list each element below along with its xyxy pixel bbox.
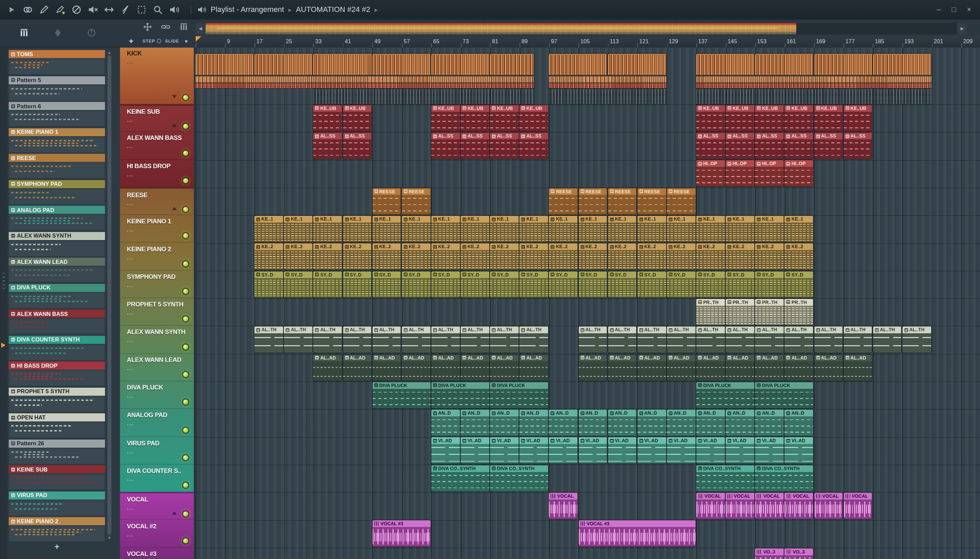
tool-playback-icon[interactable]	[169, 4, 179, 15]
playlist-clip-ke-2[interactable]: KE..2	[520, 243, 548, 270]
playlist-clip-vi-ad[interactable]: VI..AD	[785, 437, 813, 464]
tool-zoom-icon[interactable]	[152, 4, 163, 15]
track-header-alex-wann-lead[interactable]: ALEX WANN LEAD...	[120, 354, 194, 381]
clip-kick[interactable]	[196, 54, 254, 75]
playlist-clip-vocal[interactable]: VOCAL	[755, 493, 784, 519]
playlist-clip-al-th[interactable]: AL..TH	[402, 326, 431, 353]
playlist-clip-an-d[interactable]: AN..D	[667, 410, 696, 436]
track-header-kick[interactable]: KICK...	[120, 48, 194, 104]
track-enable-led[interactable]	[183, 178, 188, 183]
pattern-item[interactable]: PROPHET 5 SYNTH	[9, 387, 105, 413]
timeline-ruler[interactable]: 9172533414957657381899710511312112913714…	[196, 36, 980, 48]
playlist-clip-vi-ad[interactable]: VI..AD	[667, 437, 696, 464]
playlist-clip-an-d[interactable]: AN..D	[696, 410, 725, 436]
playlist-clip-al-ad[interactable]: AL..AD	[461, 354, 489, 380]
playlist-clip-vi-ad[interactable]: VI..AD	[608, 437, 637, 464]
playlist-clip-al-ss[interactable]: AL..SS	[726, 133, 754, 159]
scrollbar-thumb-minimap[interactable]	[206, 23, 796, 35]
playlist-clip-reese[interactable]: REESE	[549, 188, 577, 214]
playlist-clip-vocal[interactable]: VOCAL	[814, 493, 843, 519]
playlist-clip-sy-d[interactable]: SY..D	[549, 271, 577, 297]
playlist-clip-al-ad[interactable]: AL..AD	[372, 354, 401, 380]
group-collapse-up-icon[interactable]	[172, 207, 177, 210]
playlist-clip-al-ss[interactable]: AL..SS	[313, 133, 342, 159]
playlist-clip-vi-ad[interactable]: VI..AD	[755, 437, 784, 464]
clip-kick[interactable]	[608, 54, 666, 75]
playlist-clip-an-d[interactable]: AN..D	[549, 410, 577, 436]
playlist-clip-sy-d[interactable]: SY..D	[755, 271, 784, 297]
playlist-clip-ke-1[interactable]: KE..1	[431, 216, 460, 242]
clip-kick[interactable]	[873, 54, 931, 75]
pattern-scrollbar[interactable]: ▲ ▼	[107, 50, 112, 540]
playlist-clip-sy-d[interactable]: SY..D	[490, 271, 518, 297]
playlist-clip-vi-ad[interactable]: VI..AD	[520, 437, 548, 464]
playlist-clip-al-ss[interactable]: AL..SS	[696, 133, 725, 159]
playlist-clip-ke-ub[interactable]: KE..UB	[843, 105, 872, 131]
playlist-clip-ke-2[interactable]: KE..2	[755, 243, 784, 270]
playlist-clip-al-ad[interactable]: AL..AD	[696, 354, 725, 380]
pattern-item[interactable]: KEINE PIANO 2	[9, 517, 105, 543]
playlist-clip-al-th[interactable]: AL..TH	[667, 326, 696, 353]
tool-fl-logo-icon[interactable]	[23, 4, 33, 15]
playlist-clip-hi-op[interactable]: HI..OP	[726, 160, 754, 187]
slide-indicator[interactable]	[185, 40, 188, 43]
clip-kick[interactable]	[254, 54, 313, 75]
playlist-clip-ke-1[interactable]: KE..1	[608, 216, 637, 242]
playlist-clip-al-ss[interactable]: AL..SS	[785, 133, 813, 159]
playlist-clip-al-ss[interactable]: AL..SS	[343, 133, 371, 159]
playlist-clip-an-d[interactable]: AN..D	[755, 410, 784, 436]
playlist-clip-hi-op[interactable]: HI..OP	[755, 160, 784, 187]
playlist-clip-pr-th[interactable]: PR..TH	[696, 299, 725, 325]
track-header-vocal[interactable]: VOCAL...	[120, 492, 194, 520]
playlist-clip-al-ss[interactable]: AL..SS	[520, 133, 548, 159]
minimize-button[interactable]: –	[937, 0, 941, 19]
playlist-clip-al-th[interactable]: AL..TH	[343, 326, 371, 353]
playlist-clip-al-ad[interactable]: AL..AD	[490, 354, 518, 380]
playlist-clip-ke-1[interactable]: KE..1	[490, 216, 518, 242]
playlist-clip-al-th[interactable]: AL..TH	[579, 326, 607, 353]
track-enable-led[interactable]	[183, 538, 188, 543]
playlist-clip-vi-ad[interactable]: VI..AD	[461, 437, 489, 464]
horizontal-scrollbar[interactable]: ◀ ▶	[196, 23, 980, 35]
slide-link-icon[interactable]	[161, 22, 170, 31]
scroll-left-button[interactable]: ◀	[196, 23, 205, 35]
tool-delete-icon[interactable]	[71, 4, 82, 15]
playlist-clip-al-ss[interactable]: AL..SS	[461, 133, 489, 159]
playlist-clip-ke-1[interactable]: KE..1	[696, 216, 725, 242]
playlist-clip-al-ss[interactable]: AL..SS	[490, 133, 518, 159]
playlist-clip-ke-2[interactable]: KE..2	[313, 243, 342, 270]
playlist-clip-an-d[interactable]: AN..D	[431, 410, 460, 436]
playlist-clip-vo-3[interactable]: VO..3	[785, 548, 813, 559]
playlist-clip-ke-1[interactable]: KE..1	[637, 216, 666, 242]
playlist-clip-al-ad[interactable]: AL..AD	[755, 354, 784, 380]
clip-kick[interactable]	[755, 54, 813, 75]
tool-select-icon[interactable]	[136, 4, 147, 15]
playlist-clip-al-th[interactable]: AL..TH	[843, 326, 872, 353]
playlist-clip-an-d[interactable]: AN..D	[608, 410, 637, 436]
playlist-clip-an-d[interactable]: AN..D	[785, 410, 813, 436]
playlist-clip-hi-op[interactable]: HI..OP	[785, 160, 813, 187]
tool-draw-icon[interactable]	[39, 4, 49, 15]
pattern-item[interactable]: REESE	[9, 154, 105, 180]
playlist-clip-sy-d[interactable]: SY..D	[461, 271, 489, 297]
clip-kick[interactable]	[696, 54, 754, 75]
pattern-item[interactable]: Pattern 6	[9, 102, 105, 128]
move-icon[interactable]	[143, 22, 152, 31]
pattern-item[interactable]: KEINE PIANO 1	[9, 128, 105, 154]
tool-slice-icon[interactable]	[120, 4, 131, 15]
playlist-clip-ke-1[interactable]: KE..1	[461, 216, 489, 242]
tool-paint-icon[interactable]	[55, 4, 66, 15]
playlist-clip-ke-1[interactable]: KE..1	[254, 216, 283, 242]
clip-kick-strip[interactable]	[696, 89, 931, 104]
playlist-clip-al-ad[interactable]: AL..AD	[608, 354, 637, 380]
playlist-clip-sy-d[interactable]: SY..D	[372, 271, 401, 297]
playlist-clip-al-th[interactable]: AL..TH	[814, 326, 843, 353]
clip-kick[interactable]	[814, 54, 872, 75]
playlist-clip-ke-2[interactable]: KE..2	[785, 243, 813, 270]
pattern-item[interactable]: ANALOG PAD	[9, 206, 105, 232]
playlist-clip-al-th[interactable]: AL..TH	[490, 326, 518, 353]
playlist-clip-al-ad[interactable]: AL..AD	[579, 354, 607, 380]
track-header-alex-wann-bass[interactable]: ALEX WANN BASS...	[120, 132, 194, 160]
pattern-item[interactable]: HI BASS DROP	[9, 362, 105, 387]
playlist-clip-ke-2[interactable]: KE..2	[284, 243, 313, 270]
